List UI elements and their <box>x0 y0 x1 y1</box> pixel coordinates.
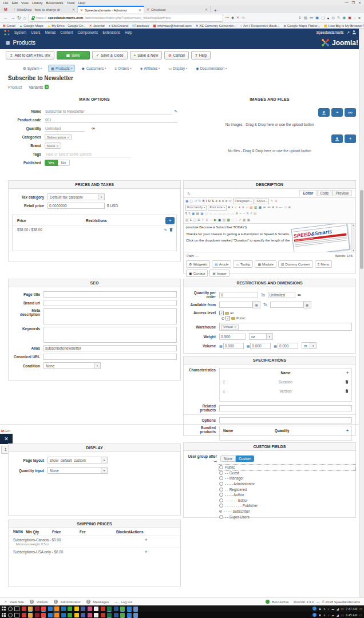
hikashop-menu-item[interactable]: ◉ Documentation ▾ <box>193 65 229 72</box>
browser-tab[interactable]: ✕ Speedandsmarts - Administ ✕ <box>78 6 144 13</box>
window-minimize-icon[interactable]: — <box>345 1 349 5</box>
editor-toolbar-icon[interactable]: A <box>236 212 238 216</box>
menu-file[interactable]: File <box>3 1 9 5</box>
taskbar-app-icon[interactable] <box>127 607 132 611</box>
taskbar-app-icon[interactable] <box>88 613 92 617</box>
user-group-option[interactable]: Public <box>219 465 355 470</box>
editor-toolbar-icon[interactable]: B <box>203 200 205 203</box>
pinned-gmail-tab[interactable]: M <box>0 6 11 13</box>
editor-toolbar-icon[interactable]: ¶ <box>188 212 190 216</box>
category-chip[interactable]: Subscription ✕ <box>45 134 72 140</box>
qty-max-input[interactable] <box>268 292 295 298</box>
taskbar-app-icon[interactable] <box>22 613 26 617</box>
browser-toolbar-icon[interactable]: ◎ <box>331 15 335 20</box>
taskbar-app-icon[interactable] <box>114 607 118 611</box>
add-shipping-price-icon[interactable]: + <box>145 550 147 554</box>
bookmark-item[interactable]: ▣ erichwav@hotmail.com <box>153 24 191 27</box>
menu-edit[interactable]: Edit <box>12 1 18 5</box>
taskbar-app-icon[interactable] <box>120 607 125 611</box>
trash-icon[interactable] <box>345 389 349 393</box>
editor-toolbar-icon[interactable]: ⊕ <box>288 206 291 209</box>
toolbar-button[interactable]: + Save & New <box>130 51 163 60</box>
toolbar-button[interactable]: ? Help <box>191 51 211 60</box>
user-group-option[interactable]: - - - - - - - - Publisher <box>219 503 355 509</box>
window-close-icon[interactable]: ✕ <box>358 1 361 5</box>
keywords-textarea[interactable] <box>43 327 177 343</box>
editor-toolbar-icon[interactable]: ▭ <box>228 200 231 203</box>
cortana-icon[interactable] <box>8 607 13 611</box>
editor-toolbar-icon[interactable]: ▤ <box>185 219 188 222</box>
editor-toolbar-icon[interactable]: S <box>212 200 214 203</box>
browser-toolbar-icon[interactable]: ▣ <box>315 15 319 20</box>
add-image-button[interactable]: + <box>331 108 343 117</box>
widget-button[interactable]: ⚙ Widgetkit <box>186 260 210 268</box>
widget-button[interactable]: ≡ Menu <box>315 260 333 268</box>
bookmark-item[interactable]: ▣ How Big Is My Browser? <box>324 24 364 27</box>
alias-input[interactable] <box>43 345 177 351</box>
tab-close-icon[interactable]: ✕ <box>139 8 141 12</box>
tray-icon[interactable]: ♟ <box>318 607 321 611</box>
editor-toolbar-icon[interactable]: ¶ <box>185 212 187 216</box>
tray-icon[interactable]: ∧ <box>323 607 326 611</box>
tray-icon[interactable]: ▭ <box>341 613 343 617</box>
clock[interactable]: 7:37 AM <box>346 607 357 611</box>
view-site-link[interactable]: View Site <box>10 600 24 604</box>
add-bundled-product-icon[interactable]: + <box>346 429 349 433</box>
toolbar-button[interactable]: ↥ Add to cart HTML link <box>6 51 54 60</box>
taskbar-app-icon[interactable] <box>68 607 72 611</box>
widget-button[interactable]: ▭ Tooltip <box>233 260 253 268</box>
taskbar-app-icon[interactable] <box>68 613 72 617</box>
notification-icon[interactable]: ▭ <box>359 613 362 617</box>
editor-toolbar-icon[interactable]: ≡ <box>225 200 227 203</box>
editor-toolbar-icon[interactable]: ∠ <box>235 206 238 209</box>
editor-toolbar-icon[interactable]: ≔ <box>263 206 266 209</box>
editor-toolbar-icon[interactable]: — <box>279 206 283 209</box>
taskbar-app-icon[interactable] <box>61 613 66 617</box>
tab-close-icon[interactable]: ✕ <box>72 7 75 11</box>
published-no-button[interactable]: No <box>58 160 70 166</box>
menu-help[interactable]: Help <box>78 1 85 5</box>
meta-description-textarea[interactable] <box>43 308 177 324</box>
drag-handle-icon[interactable]: ⠿ <box>223 380 224 384</box>
logout-link[interactable]: Log out <box>121 600 132 604</box>
url-input[interactable]: https://speedandsmarts.com/administrator… <box>29 14 223 22</box>
bookmark-item[interactable]: f Facebook <box>132 24 149 27</box>
scroll-down-icon[interactable]: ▼ <box>353 249 355 252</box>
no-images-dropzone[interactable]: No images - Drag & Drop here or use the … <box>183 122 356 126</box>
widget-button[interactable]: ▣ Image <box>209 270 229 277</box>
widget-button[interactable]: ▣ Contact <box>186 270 208 277</box>
admin-menu-item[interactable]: Content <box>60 30 73 34</box>
bookmark-item[interactable]: ▲ My Drive - Google Dr... <box>48 24 85 27</box>
clock[interactable]: 9:45 AM <box>346 613 357 617</box>
styles-select[interactable]: Styles▾ <box>255 199 269 204</box>
editor-toolbar-icon[interactable]: ░ <box>231 219 234 222</box>
tray-icon[interactable]: ♪ <box>327 613 329 617</box>
editor-scrollbar[interactable]: ▲ ▼ <box>351 224 355 252</box>
editor-toolbar-icon[interactable]: A <box>228 206 230 209</box>
checkbox-checked-icon[interactable]: ✓ <box>225 316 230 320</box>
editor-toolbar-icon[interactable]: ▭ <box>227 212 230 216</box>
admin-menu-item[interactable]: Help <box>125 30 132 34</box>
taskbar-app-icon[interactable] <box>61 607 66 611</box>
browser-toolbar-icon[interactable]: ✎ <box>337 15 340 20</box>
user-group-custom-button[interactable]: Custom <box>236 455 254 462</box>
add-shipping-price-icon[interactable]: + <box>145 538 147 542</box>
browser-toolbar-icon[interactable]: ▥ <box>304 15 307 20</box>
editor-toolbar-icon[interactable]: ≋ <box>275 200 278 203</box>
taskbar-app-icon[interactable] <box>28 607 33 611</box>
taskbar-app-icon[interactable] <box>54 613 59 617</box>
no-files-dropzone[interactable]: No files - Drag & Drop here or use the u… <box>183 149 356 153</box>
bookmark-item[interactable]: ○ Am I Responsive Book... <box>240 24 280 27</box>
radio-icon[interactable] <box>219 488 223 492</box>
taskbar-app-icon[interactable] <box>74 607 79 611</box>
browser-toolbar-icon[interactable]: ≡ <box>358 16 361 20</box>
radio-icon[interactable] <box>219 465 223 469</box>
volume-x-input[interactable] <box>223 343 244 349</box>
url-overflow-icon[interactable]: ⋯ <box>225 15 230 20</box>
taskbar-app-icon[interactable] <box>28 613 33 617</box>
radio-icon[interactable] <box>219 476 223 480</box>
tab-close-icon[interactable]: ✕ <box>205 7 208 11</box>
browser-tab[interactable]: ✕ Checkout ✕ <box>144 6 211 13</box>
admin-menu-item[interactable]: Extensions <box>102 30 120 34</box>
editor-toolbar-icon[interactable]: A <box>250 212 252 216</box>
